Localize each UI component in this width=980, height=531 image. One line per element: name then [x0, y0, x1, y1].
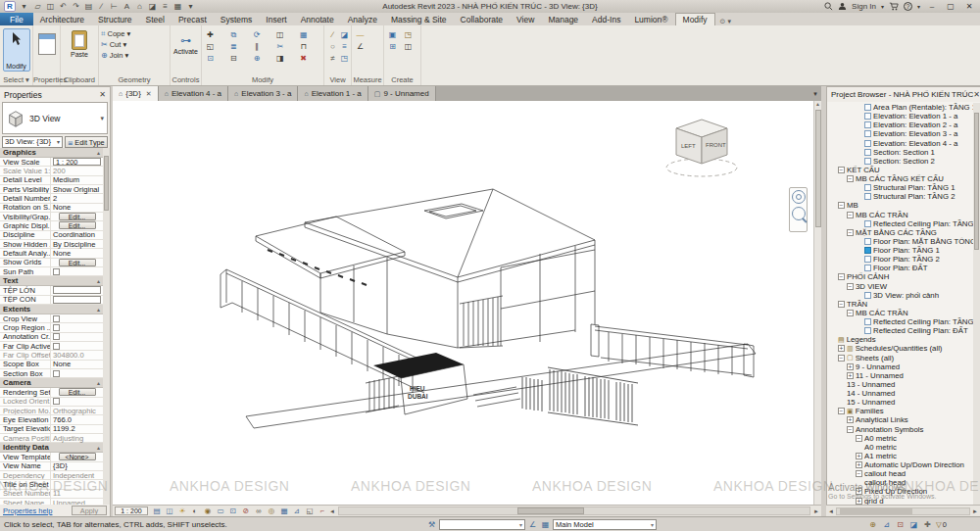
property-value[interactable]: {3D} — [51, 461, 103, 470]
sun-path-icon[interactable]: ☀ — [176, 507, 188, 516]
tree-item[interactable]: −PHỐI CẢNH — [827, 272, 973, 281]
offset-icon[interactable]: ∥ — [252, 41, 263, 52]
cut-profile-icon[interactable]: ◪ — [339, 29, 350, 40]
apply-button[interactable]: Apply — [72, 506, 107, 515]
tree-item[interactable]: −A0 metric — [827, 434, 973, 443]
section-header-extents[interactable]: Extents▴ — [0, 305, 103, 314]
modify-tool-button[interactable]: Modify — [3, 28, 30, 72]
tab-massing-site[interactable]: Massing & Site — [384, 13, 454, 25]
redo-icon[interactable]: ↷ — [71, 1, 81, 12]
design-options-icon[interactable]: ▦ — [540, 519, 551, 530]
sign-in-link[interactable]: Sign In — [852, 2, 876, 11]
property-value[interactable] — [51, 296, 103, 304]
expand-icon[interactable]: + — [847, 372, 854, 379]
property-value[interactable]: Coordination — [51, 230, 103, 239]
match-type-icon[interactable]: ⊕ — [252, 53, 263, 64]
properties-close-icon[interactable]: ✕ — [99, 90, 106, 99]
edit-type-button[interactable]: ⊞ Edit Type — [65, 136, 108, 148]
open-icon[interactable]: ▱ — [32, 1, 43, 12]
move-icon[interactable]: ✚ — [205, 29, 216, 40]
instance-selector[interactable]: 3D View: {3D} ▾ — [2, 136, 63, 148]
save-icon[interactable]: ◫ — [45, 1, 56, 12]
browser-vertical-scrollbar[interactable] — [973, 103, 980, 505]
checkbox[interactable] — [53, 398, 60, 405]
copy-icon[interactable]: ⧉ — [228, 29, 239, 40]
editable-only-icon[interactable]: ∠ — [527, 519, 538, 530]
tree-item[interactable]: Floor Plan: MẶT BẰNG TỔNG THỂ — [827, 237, 973, 246]
edit-button[interactable]: Edit... — [59, 259, 96, 266]
filter-icon[interactable]: ▽ — [936, 520, 942, 529]
undo-icon[interactable]: ↶ — [58, 1, 69, 12]
activate-controls-button[interactable]: ⊶ Activate — [174, 29, 198, 59]
tree-item[interactable]: 13 - Unnamed — [827, 380, 973, 389]
hscroll-left-icon[interactable]: ◄ — [329, 508, 335, 514]
tree-item[interactable]: −MB CÁC TẦNG KẾT CẤU — [827, 174, 973, 183]
detail-level-icon[interactable]: ▤ — [151, 507, 163, 516]
temporary-hide-isolate-icon[interactable]: ∞ — [253, 507, 265, 516]
checkbox[interactable] — [53, 268, 60, 275]
tree-item[interactable]: +▥Schedules/Quantities (all) — [827, 344, 973, 353]
show-hidden-lines-icon[interactable]: ≡ — [339, 41, 350, 52]
tab-steel[interactable]: Steel — [139, 13, 172, 25]
collapse-icon[interactable]: − — [847, 212, 854, 218]
mirror-icon[interactable]: ◫ — [274, 29, 285, 40]
tree-item[interactable]: +Analytical Links — [827, 415, 973, 424]
collapse-icon[interactable]: − — [847, 229, 854, 236]
checkbox[interactable] — [53, 324, 60, 331]
restore-button[interactable]: ▢ — [944, 1, 957, 12]
array-icon[interactable]: ▦ — [298, 29, 309, 40]
tree-item[interactable]: Elevation: Elevation 2 - a — [827, 121, 973, 129]
tab-structure[interactable]: Structure — [91, 13, 139, 25]
tab-lumion-[interactable]: Lumion® — [627, 13, 674, 25]
tab-annotate[interactable]: Annotate — [294, 13, 341, 25]
value-box[interactable]: 1 : 200 — [53, 158, 101, 166]
shadows-icon[interactable]: ◐ — [189, 507, 201, 516]
sign-in-arrow-icon[interactable]: ▾ — [881, 3, 884, 10]
collapse-icon[interactable]: − — [847, 426, 854, 433]
tree-item[interactable]: −▢Sheets (all) — [827, 354, 973, 362]
active-workset-select[interactable]: ▾ — [439, 519, 525, 530]
expand-icon[interactable]: + — [856, 453, 862, 459]
properties-scrollbar[interactable] — [103, 148, 110, 505]
select-elements-by-face-icon[interactable]: ◪ — [908, 519, 919, 530]
create-group-icon[interactable]: ▣ — [387, 29, 398, 40]
property-value[interactable]: Edit... — [51, 388, 103, 396]
section-header-text[interactable]: Text▴ — [0, 276, 103, 286]
property-value[interactable]: Medium — [51, 175, 103, 184]
viewport-3d[interactable]: HIEU DUBAI LEFT FRONT ▲ — [113, 101, 821, 505]
checkbox[interactable] — [53, 370, 60, 377]
unpin-icon[interactable]: ⊟ — [228, 53, 239, 64]
tree-item[interactable]: +grid d — [827, 497, 973, 506]
tab-precast[interactable]: Precast — [172, 13, 214, 25]
measure-icon[interactable]: ∕ — [96, 1, 107, 12]
property-value[interactable] — [51, 268, 103, 275]
view-tab-elevation-1-a[interactable]: ⌂Elevation 1 - a — [298, 86, 368, 101]
split-icon[interactable]: ✂ — [274, 41, 285, 52]
property-value[interactable]: None — [51, 203, 103, 212]
tab-insert[interactable]: Insert — [259, 13, 293, 25]
temporary-view-properties-icon[interactable]: ▦ — [278, 507, 290, 516]
paint-icon[interactable]: ◨ — [274, 53, 285, 64]
section-header-camera[interactable]: Camera▴ — [0, 378, 103, 388]
tab-manage[interactable]: Manage — [541, 13, 585, 25]
collapse-icon[interactable]: − — [847, 283, 854, 290]
section-header-identity-data[interactable]: Identity Data▴ — [0, 443, 103, 453]
expand-icon[interactable]: + — [856, 498, 862, 505]
collapse-icon[interactable]: − — [856, 470, 862, 477]
property-value[interactable]: 766.0 — [51, 415, 103, 424]
view-tab-elevation-4-a[interactable]: ⌂Elevation 4 - a — [159, 86, 228, 101]
type-selector-arrow-icon[interactable]: ▾ — [100, 115, 104, 122]
file-menu-arrow-icon[interactable]: ▾ — [19, 1, 29, 12]
collapse-icon[interactable]: − — [838, 408, 845, 414]
tab-architecture[interactable]: Architecture — [33, 13, 91, 25]
select-group-label[interactable]: Select ▾ — [0, 75, 32, 84]
tree-item[interactable]: A0 metric — [827, 443, 973, 452]
default-3d-view-icon[interactable]: ⌂ — [134, 1, 145, 12]
property-value[interactable] — [51, 370, 103, 377]
property-value[interactable] — [51, 315, 103, 322]
tree-item[interactable]: Structural Plan: TẦNG 2 — [827, 192, 973, 201]
tree-item[interactable]: +Automatic Up/Down Direction — [827, 460, 973, 469]
expand-icon[interactable]: + — [847, 363, 854, 370]
align-icon[interactable]: ≣ — [228, 41, 239, 52]
paste-button[interactable]: Paste — [68, 29, 91, 59]
